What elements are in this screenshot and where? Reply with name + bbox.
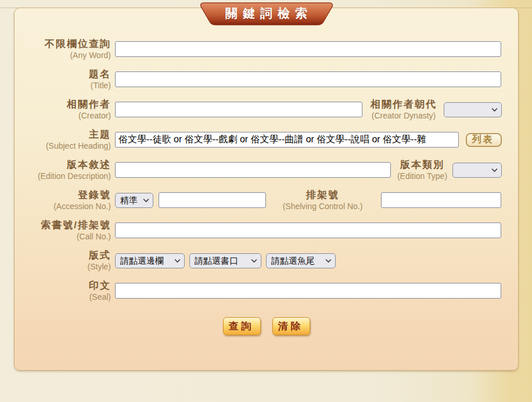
- label-subject: 主題 (Subject Heading): [15, 129, 111, 151]
- title-input[interactable]: [115, 71, 501, 87]
- label-creator-zh: 相關作者: [67, 99, 111, 110]
- search-form: 不限欄位查詢 (Any Word) 題名 (Title) 相關作者 (Creat…: [15, 41, 518, 335]
- label-edition-description-zh: 版本敘述: [67, 159, 111, 171]
- any-word-input[interactable]: [115, 41, 501, 57]
- label-any-word-en: (Any Word): [70, 50, 111, 60]
- label-creator: 相關作者 (Creator): [15, 99, 111, 121]
- label-style: 版式 (Style): [15, 250, 111, 272]
- label-shelving-no-en: (Shelving Control No.): [283, 201, 363, 211]
- label-edition-type: 版本類別 (Edition Type): [393, 159, 451, 181]
- label-accession-no-en: (Accession No.): [53, 201, 111, 211]
- creator-input[interactable]: [115, 102, 362, 117]
- label-seal-zh: 印文: [89, 280, 111, 292]
- label-edition-type-zh: 版本類別: [400, 159, 444, 171]
- edition-description-input[interactable]: [115, 162, 391, 178]
- row-accession: 登錄號 (Accession No.) 精準 排架號 (Shelving Con…: [15, 192, 518, 208]
- row-call-no: 索書號/排架號 (Call No.): [15, 222, 518, 238]
- row-edition-description: 版本敘述 (Edition Description) 版本類別 (Edition…: [15, 162, 518, 178]
- label-edition-type-en: (Edition Type): [397, 171, 447, 181]
- label-subject-zh: 主題: [89, 129, 111, 141]
- label-style-en: (Style): [88, 261, 111, 272]
- label-seal: 印文 (Seal): [15, 280, 111, 302]
- style-bookmouth-select[interactable]: 請點選書口: [189, 253, 261, 268]
- subject-list-button[interactable]: 列表: [466, 133, 502, 147]
- clear-button[interactable]: 清除: [272, 317, 310, 335]
- label-style-zh: 版式: [89, 250, 111, 261]
- creator-dynasty-select[interactable]: [444, 102, 502, 117]
- label-any-word-zh: 不限欄位查詢: [45, 38, 111, 50]
- label-creator-dynasty: 相關作者朝代 (Creator Dynasty): [365, 99, 442, 121]
- label-shelving-no-zh: 排架號: [306, 189, 339, 201]
- style-fishtail-select[interactable]: 請點選魚尾: [266, 253, 336, 268]
- row-any-word: 不限欄位查詢 (Any Word): [15, 41, 518, 57]
- action-buttons: 查詢 清除: [15, 317, 518, 335]
- label-subject-en: (Subject Heading): [46, 141, 111, 151]
- call-no-input[interactable]: [115, 222, 501, 238]
- label-seal-en: (Seal): [89, 292, 111, 302]
- label-edition-description: 版本敘述 (Edition Description): [15, 159, 111, 181]
- label-title-zh: 題名: [89, 69, 111, 80]
- style-border-select[interactable]: 請點選邊欄: [115, 253, 185, 268]
- banner-title: 關鍵詞檢索: [200, 2, 333, 24]
- label-call-no-zh: 索書號/排架號: [41, 220, 111, 231]
- label-edition-description-en: (Edition Description): [38, 171, 111, 181]
- shelving-no-input[interactable]: [381, 192, 501, 208]
- keyword-search-banner: 關鍵詞檢索: [200, 2, 333, 26]
- label-any-word: 不限欄位查詢 (Any Word): [15, 38, 111, 60]
- accession-match-select[interactable]: 精準: [115, 193, 153, 208]
- label-creator-en: (Creator): [78, 110, 111, 121]
- row-seal: 印文 (Seal): [15, 283, 518, 299]
- edition-type-select[interactable]: [452, 163, 502, 178]
- search-button[interactable]: 查詢: [223, 317, 261, 335]
- row-title: 題名 (Title): [15, 71, 518, 87]
- search-panel: 關鍵詞檢索 不限欄位查詢 (Any Word) 題名 (Title) 相關作者 …: [14, 8, 519, 371]
- subject-input[interactable]: [115, 132, 459, 148]
- row-creator: 相關作者 (Creator) 相關作者朝代 (Creator Dynasty): [15, 102, 518, 117]
- row-subject: 主題 (Subject Heading) 列表: [15, 132, 518, 148]
- row-style: 版式 (Style) 請點選邊欄 請點選書口 請點選魚尾: [15, 253, 518, 268]
- label-creator-dynasty-zh: 相關作者朝代: [371, 99, 437, 110]
- label-creator-dynasty-en: (Creator Dynasty): [372, 110, 436, 121]
- label-title: 題名 (Title): [15, 69, 111, 91]
- label-accession-no-zh: 登錄號: [78, 189, 111, 201]
- label-title-en: (Title): [91, 80, 111, 91]
- seal-input[interactable]: [115, 283, 501, 299]
- label-shelving-no: 排架號 (Shelving Control No.): [266, 189, 379, 211]
- label-accession-no: 登錄號 (Accession No.): [15, 189, 111, 211]
- label-call-no-en: (Call No.): [77, 231, 111, 242]
- accession-no-input[interactable]: [159, 192, 266, 208]
- label-call-no: 索書號/排架號 (Call No.): [15, 220, 111, 242]
